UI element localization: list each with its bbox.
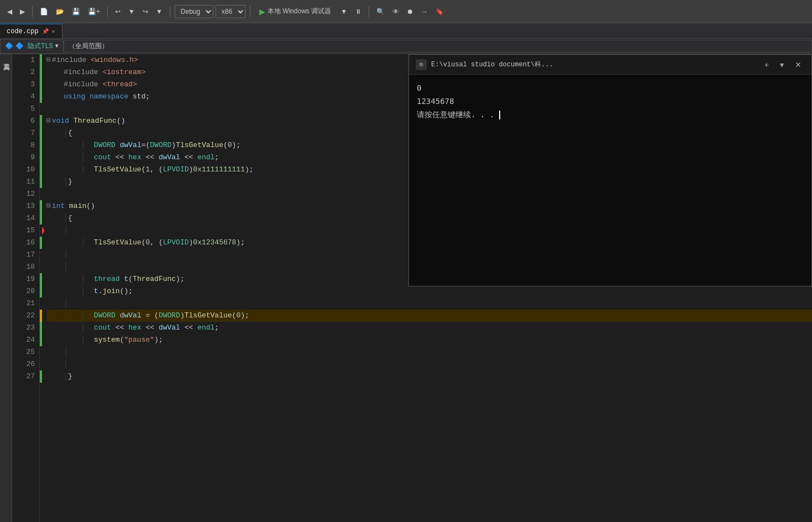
tab-code-cpp[interactable]: code.cpp 📌 ✕ bbox=[0, 24, 62, 38]
run-button[interactable]: ▶ 本地 Windows 调试器 bbox=[255, 5, 336, 18]
side-panel-item-toolbox[interactable]: 工具箱 bbox=[0, 56, 12, 61]
ln-27: 27 bbox=[12, 370, 35, 383]
ln-16: 16 bbox=[12, 237, 35, 249]
scope-bar: 🔷 🔷 隐式TLS ▼ （全局范围） bbox=[0, 39, 812, 54]
code-line-23: │ cout << hex << dwVal << endl; bbox=[46, 322, 812, 334]
terminal-new-tab-button[interactable]: + bbox=[761, 59, 772, 70]
build-config-dropdown[interactable]: Debug bbox=[175, 5, 213, 18]
undo-button[interactable]: ↩ bbox=[112, 6, 123, 17]
main-area: 工具箱 1 2 3 4 5 6 7 8 9 10 11 12 13 14 15 … bbox=[0, 54, 812, 522]
ln-9: 9 bbox=[12, 152, 35, 164]
code-line-22: │ DWORD dwVal = (DWORD)TlsGetValue(0); bbox=[46, 310, 812, 322]
step-over-button[interactable]: → bbox=[418, 6, 431, 17]
ln-3: 3 bbox=[12, 79, 35, 91]
terminal-close-button[interactable]: ✕ bbox=[792, 59, 805, 70]
ln-12: 12 bbox=[12, 188, 35, 200]
bookmark-button[interactable]: 🔖 bbox=[433, 6, 447, 17]
ln-5: 5 bbox=[12, 103, 35, 115]
ln-22: 22 bbox=[12, 310, 35, 322]
scope-dropdown-icon: ▼ bbox=[55, 43, 59, 49]
code-line-20: │ t.join(); bbox=[46, 285, 812, 297]
line-numbers: 1 2 3 4 5 6 7 8 9 10 11 12 13 14 15 16 1… bbox=[12, 54, 40, 522]
terminal-window: ⊞ E:\viusal studio document\科... + ▾ ✕ 0… bbox=[408, 54, 812, 286]
collapse-6[interactable]: ⊟ bbox=[46, 115, 51, 127]
terminal-app-icon: ⊞ bbox=[416, 59, 427, 70]
ln-7: 7 bbox=[12, 127, 35, 139]
code-line-27: │} bbox=[46, 370, 812, 383]
ln-2: 2 bbox=[12, 66, 35, 79]
editor-container[interactable]: 1 2 3 4 5 6 7 8 9 10 11 12 13 14 15 16 1… bbox=[12, 54, 812, 522]
ln-4: 4 bbox=[12, 91, 35, 103]
breakpoint-15[interactable] bbox=[42, 227, 44, 234]
scope-left[interactable]: 🔷 🔷 隐式TLS ▼ bbox=[0, 39, 64, 54]
scope-left-label: 🔷 隐式TLS bbox=[15, 41, 53, 51]
collapse-1[interactable]: ⊟ bbox=[46, 54, 51, 66]
ln-8: 8 bbox=[12, 139, 35, 152]
ln-1: 1 bbox=[12, 54, 35, 66]
ln-24: 24 bbox=[12, 334, 35, 346]
open-button[interactable]: 📂 bbox=[53, 6, 67, 17]
code-line-24: │ system("pause"); bbox=[46, 334, 812, 346]
ln-18: 18 bbox=[12, 261, 35, 273]
terminal-content[interactable]: 0 12345678 请按任意键继续. . . bbox=[409, 75, 811, 286]
scope-right[interactable]: （全局范围） bbox=[64, 40, 812, 53]
redo-button[interactable]: ↪ bbox=[140, 6, 151, 17]
ln-14: 14 bbox=[12, 212, 35, 225]
watch-button[interactable]: 👁 bbox=[390, 6, 402, 17]
ln-15: 15 bbox=[12, 225, 35, 237]
terminal-output-1: 12345678 bbox=[417, 95, 804, 108]
terminal-output-2: 请按任意键继续. . . bbox=[417, 108, 804, 121]
run-label: 本地 Windows 调试器 bbox=[268, 7, 331, 16]
run-icon: ▶ bbox=[259, 7, 265, 16]
tab-bar: code.cpp 📌 ✕ bbox=[0, 23, 812, 39]
separator-4 bbox=[250, 6, 250, 17]
search-button[interactable]: 🔍 bbox=[374, 6, 387, 17]
side-panel: 工具箱 bbox=[0, 54, 12, 522]
ln-25: 25 bbox=[12, 346, 35, 358]
terminal-cursor bbox=[499, 111, 500, 119]
breakpoint-button[interactable]: ⏺ bbox=[404, 6, 416, 17]
pause-button[interactable]: ⏸ bbox=[352, 6, 364, 17]
ln-20: 20 bbox=[12, 285, 35, 297]
save-button[interactable]: 💾 bbox=[69, 6, 83, 17]
separator-5 bbox=[369, 6, 369, 17]
terminal-title: E:\viusal studio document\科... bbox=[431, 60, 757, 69]
ln-17: 17 bbox=[12, 249, 35, 261]
scope-icon: 🔷 bbox=[5, 42, 13, 50]
ln-26: 26 bbox=[12, 358, 35, 370]
ln-11: 11 bbox=[12, 176, 35, 188]
scope-right-label: （全局范围） bbox=[69, 43, 108, 50]
ln-10: 10 bbox=[12, 164, 35, 176]
forward-button[interactable]: ▶ bbox=[17, 6, 28, 17]
code-line-21: │ bbox=[46, 297, 812, 310]
undo-dropdown[interactable]: ▼ bbox=[125, 6, 138, 17]
redo-dropdown[interactable]: ▼ bbox=[153, 6, 165, 17]
separator-2 bbox=[107, 6, 108, 17]
collapse-13[interactable]: ⊟ bbox=[46, 200, 51, 212]
ln-23: 23 bbox=[12, 322, 35, 334]
ln-21: 21 bbox=[12, 297, 35, 310]
separator-1 bbox=[32, 6, 33, 17]
run-dropdown[interactable]: ▼ bbox=[338, 6, 350, 17]
code-line-25: │ bbox=[46, 346, 812, 358]
code-line-26: │ bbox=[46, 358, 812, 370]
separator-3 bbox=[170, 6, 170, 17]
arch-dropdown[interactable]: x86 bbox=[216, 5, 245, 18]
toolbar: ◀ ▶ 📄 📂 💾 💾+ ↩ ▼ ↪ ▼ Debug x86 ▶ 本地 Wind… bbox=[0, 0, 812, 23]
ln-19: 19 bbox=[12, 273, 35, 285]
tab-label: code.cpp bbox=[7, 28, 39, 35]
tab-close-button[interactable]: ✕ bbox=[52, 28, 55, 35]
ln-6: 6 bbox=[12, 115, 35, 127]
terminal-dropdown-button[interactable]: ▾ bbox=[777, 59, 787, 70]
ln-13: 13 bbox=[12, 200, 35, 212]
tab-pin-icon: 📌 bbox=[42, 28, 49, 35]
terminal-titlebar: ⊞ E:\viusal studio document\科... + ▾ ✕ bbox=[409, 55, 811, 75]
save-all-button[interactable]: 💾+ bbox=[85, 6, 103, 17]
terminal-output-0: 0 bbox=[417, 81, 804, 95]
new-file-button[interactable]: 📄 bbox=[37, 6, 51, 17]
back-button[interactable]: ◀ bbox=[4, 6, 15, 17]
